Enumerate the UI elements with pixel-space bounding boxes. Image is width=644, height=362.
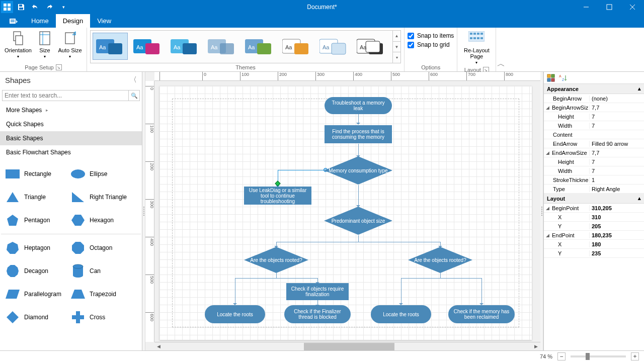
size-button[interactable]: Size▾ xyxy=(34,29,55,60)
flowchart-shapes-item[interactable]: Basic Flowchart Shapes xyxy=(0,145,142,159)
shape-triangle[interactable]: Triangle xyxy=(1,186,66,209)
shape-octagon[interactable]: Octagon xyxy=(66,236,132,259)
svg-text:Z: Z xyxy=(562,78,565,81)
save-icon[interactable] xyxy=(15,1,27,13)
gallery-more-icon[interactable]: ▾ xyxy=(393,52,400,63)
canvas-page[interactable]: Troubleshoot a memory leak Find the proc… xyxy=(159,86,532,340)
flow-node[interactable]: Check if the Finalizer thread is blocked xyxy=(284,305,351,323)
close-button[interactable] xyxy=(621,0,644,14)
minimize-button[interactable] xyxy=(575,0,598,14)
svg-text:A: A xyxy=(559,74,561,78)
expand-icon[interactable]: ◢ xyxy=(546,206,551,211)
expand-icon[interactable]: ◢ xyxy=(546,233,551,238)
flow-node[interactable]: Use LeakDiag or a similar tool to contin… xyxy=(244,187,311,205)
app-icon[interactable] xyxy=(1,1,13,13)
flow-node[interactable]: Find the process that is consuming the m… xyxy=(325,125,392,143)
theme-item[interactable]: Aa xyxy=(316,33,351,60)
zoom-in-button[interactable]: + xyxy=(631,352,639,360)
tab-home[interactable]: Home xyxy=(24,14,56,28)
flow-decision[interactable] xyxy=(243,246,309,274)
scroll-right-icon[interactable]: ▶ xyxy=(532,342,540,351)
svg-rect-27 xyxy=(183,43,197,54)
qat-customize-icon[interactable]: ▾ xyxy=(57,1,69,13)
svg-rect-43 xyxy=(366,41,380,52)
orientation-button[interactable]: Orientation▾ xyxy=(3,29,33,60)
flow-decision[interactable] xyxy=(323,155,393,186)
themes-gallery[interactable]: Aa Aa Aa Aa Aa Aa Aa Aa ▲ ▼ ▾ xyxy=(90,30,401,63)
snap-to-grid-checkbox[interactable]: Snap to grid xyxy=(408,41,450,48)
shape-cross[interactable]: Cross xyxy=(66,306,132,329)
search-icon[interactable]: 🔍 xyxy=(129,90,140,101)
shapes-title: Shapes xyxy=(5,76,31,84)
svg-rect-53 xyxy=(480,37,483,39)
tab-design[interactable]: Design xyxy=(56,14,90,28)
shape-trapezoid[interactable]: Trapezoid xyxy=(66,283,132,306)
properties-panel: AZ Appearance▴ BeginArrow(none) ◢BeginAr… xyxy=(543,72,644,350)
page-setup-launcher-icon[interactable]: ↘ xyxy=(56,64,62,70)
ribbon-collapse-icon[interactable]: ︿ xyxy=(496,28,506,71)
svg-point-55 xyxy=(71,169,85,178)
svg-text:Aa: Aa xyxy=(99,44,106,50)
canvas-viewport[interactable]: Troubleshoot a memory leak Find the proc… xyxy=(154,81,540,342)
svg-rect-16 xyxy=(40,32,50,45)
undo-icon[interactable] xyxy=(29,1,41,13)
shape-right-triangle[interactable]: Right Triangle xyxy=(66,186,132,209)
svg-rect-47 xyxy=(473,33,476,35)
zoom-out-button[interactable]: − xyxy=(557,352,566,360)
shape-ellipse[interactable]: Ellipse xyxy=(66,162,132,186)
gallery-down-icon[interactable]: ▼ xyxy=(393,42,400,53)
theme-item[interactable]: Aa xyxy=(93,33,128,60)
theme-item[interactable]: Aa xyxy=(242,33,277,60)
scroll-left-icon[interactable]: ◀ xyxy=(154,342,163,351)
theme-item[interactable]: Aa xyxy=(279,33,314,60)
svg-rect-49 xyxy=(480,33,483,35)
gallery-up-icon[interactable]: ▲ xyxy=(393,31,400,42)
shape-diamond[interactable]: Diamond xyxy=(1,306,66,329)
shape-parallelogram[interactable]: Parallelogram xyxy=(1,283,66,306)
theme-item[interactable]: Aa xyxy=(204,33,239,60)
file-tab[interactable] xyxy=(4,14,24,28)
flow-decision[interactable] xyxy=(407,246,473,274)
basic-shapes-item[interactable]: Basic Shapes xyxy=(0,131,142,145)
flow-node[interactable]: Locate the roots xyxy=(371,305,431,323)
shape-hexagon[interactable]: Hexagon xyxy=(66,209,132,232)
flow-node[interactable]: Troubleshoot a memory leak xyxy=(325,97,392,114)
shape-rectangle[interactable]: Rectangle xyxy=(1,162,66,186)
expand-icon[interactable]: ◢ xyxy=(546,150,551,155)
shapes-search-input[interactable] xyxy=(2,90,129,101)
svg-rect-30 xyxy=(220,43,234,54)
shape-pentagon[interactable]: Pentagon xyxy=(1,209,66,232)
tab-view[interactable]: View xyxy=(90,14,118,28)
more-shapes-item[interactable]: More Shapes ▸ xyxy=(0,103,142,117)
appearance-section[interactable]: Appearance▴ xyxy=(544,84,644,94)
shape-can[interactable]: Can xyxy=(66,259,132,283)
svg-marker-57 xyxy=(72,192,84,202)
theme-item[interactable]: Aa xyxy=(167,33,202,60)
relayout-button[interactable]: Re-Layout Page▾ xyxy=(460,29,493,66)
zoom-slider[interactable] xyxy=(571,355,626,357)
maximize-button[interactable] xyxy=(598,0,621,14)
redo-icon[interactable] xyxy=(43,1,55,13)
svg-marker-60 xyxy=(7,242,19,254)
autosize-button[interactable]: Auto Size▾ xyxy=(56,29,84,60)
quick-shapes-item[interactable]: Quick Shapes xyxy=(0,117,142,131)
alphabetical-icon[interactable]: AZ xyxy=(558,73,568,83)
flow-node[interactable]: Locate the roots xyxy=(205,305,265,323)
flow-decision[interactable] xyxy=(323,206,393,236)
theme-item[interactable]: Aa xyxy=(130,33,165,60)
horizontal-scrollbar[interactable]: ◀ ▶ xyxy=(154,342,540,350)
layout-section[interactable]: Layout▴ xyxy=(544,194,644,204)
svg-rect-5 xyxy=(19,8,23,10)
svg-marker-70 xyxy=(72,311,84,323)
shapes-collapse-icon[interactable]: 〈 xyxy=(130,75,137,84)
expand-icon[interactable]: ◢ xyxy=(546,105,551,110)
theme-item[interactable]: Aa xyxy=(353,33,388,60)
svg-rect-7 xyxy=(607,5,612,10)
categorized-icon[interactable] xyxy=(546,73,556,83)
flow-node[interactable]: Check if the memory has been reclaimed xyxy=(448,305,515,323)
snap-to-items-checkbox[interactable]: Snap to items xyxy=(408,32,454,39)
flow-node[interactable]: Check if objects require finalization xyxy=(286,283,349,300)
shape-heptagon[interactable]: Heptagon xyxy=(1,236,66,259)
shapes-list: Rectangle Ellipse Triangle Right Triangl… xyxy=(0,159,142,350)
shape-decagon[interactable]: Decagon xyxy=(1,259,66,283)
